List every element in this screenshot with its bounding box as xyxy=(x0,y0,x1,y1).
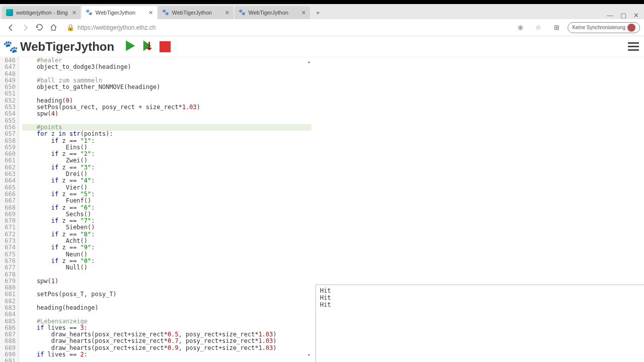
run-button[interactable] xyxy=(123,39,136,54)
maximize-icon[interactable]: ▢ xyxy=(620,12,626,19)
url-text: https://webtigerjython.ethz.ch xyxy=(77,24,155,31)
close-icon[interactable]: ✕ xyxy=(221,10,229,16)
collections-icon[interactable]: ⊞ xyxy=(549,21,564,35)
tab-label: WebTigerJython xyxy=(96,10,135,16)
bing-icon xyxy=(6,9,13,16)
new-tab-button[interactable]: + xyxy=(311,6,325,19)
sync-status[interactable]: Keine Synchronisierung xyxy=(568,22,640,33)
browser-tabs: webtigerjython - Bing ✕ 🐾 WebTigerJython… xyxy=(0,4,644,19)
line-gutter: 6466476486496506516526536546556566576586… xyxy=(0,57,19,362)
scroll-down-icon[interactable]: ▾ xyxy=(307,351,310,358)
paw-icon: 🐾 xyxy=(238,9,246,16)
app-logo: 🐾 WebTigerJython xyxy=(3,40,114,54)
tab-wtj-2[interactable]: 🐾 WebTigerJython ✕ xyxy=(158,6,233,19)
code-editor[interactable]: 6466476486496506516526536546556566576586… xyxy=(0,57,311,362)
url-field[interactable]: 🔒 https://webtigerjython.ethz.ch xyxy=(62,21,511,34)
avatar xyxy=(627,24,635,32)
stop-button[interactable] xyxy=(159,41,171,52)
address-bar: 🔒 https://webtigerjython.ethz.ch ⊕ ☆ ⊞ K… xyxy=(0,19,644,36)
paw-icon: 🐾 xyxy=(3,40,18,54)
forward-button[interactable] xyxy=(18,21,32,35)
tab-wtj-active[interactable]: 🐾 WebTigerJython ✕ xyxy=(82,6,157,19)
console-output[interactable]: Hit Hit Hit xyxy=(315,285,644,362)
close-icon[interactable]: ✕ xyxy=(68,10,76,16)
lock-icon: 🔒 xyxy=(66,24,74,31)
app-title: WebTigerJython xyxy=(20,40,114,54)
close-icon[interactable]: ✕ xyxy=(297,10,306,16)
paw-icon: 🐾 xyxy=(162,9,169,16)
scroll-up-icon[interactable]: ▴ xyxy=(307,58,310,65)
home-button[interactable] xyxy=(46,21,60,35)
close-window-icon[interactable]: ✕ xyxy=(633,12,639,19)
back-button[interactable] xyxy=(4,21,18,35)
tab-label: WebTigerJython xyxy=(249,10,288,16)
tab-label: webtigerjython - Bing xyxy=(16,10,68,16)
paw-icon: 🐾 xyxy=(86,9,93,16)
read-aloud-icon[interactable]: ⊕ xyxy=(513,21,527,35)
step-button[interactable] xyxy=(141,39,154,54)
tab-bing[interactable]: webtigerjython - Bing ✕ xyxy=(2,6,80,19)
tab-label: WebTigerJython xyxy=(172,10,212,16)
code-content[interactable]: #healer object_to_dodge3(headinge) #ball… xyxy=(19,57,311,362)
app-header: 🐾 WebTigerJython xyxy=(0,36,644,57)
minimize-icon[interactable]: — xyxy=(607,12,613,19)
turtle-canvas[interactable]: 4 ↖ xyxy=(311,57,644,284)
menu-button[interactable] xyxy=(626,40,641,53)
close-icon[interactable]: ✕ xyxy=(144,10,153,16)
tab-wtj-3[interactable]: 🐾 WebTigerJython ✕ xyxy=(234,6,310,19)
refresh-button[interactable] xyxy=(32,21,46,35)
favorites-icon[interactable]: ☆ xyxy=(531,21,545,35)
